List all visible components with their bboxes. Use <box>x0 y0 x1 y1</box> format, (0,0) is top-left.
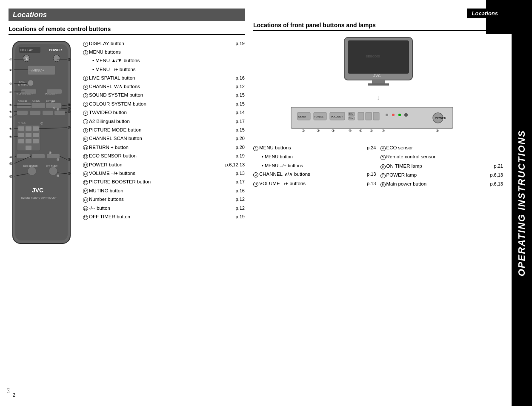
svg-point-117 <box>392 114 395 116</box>
svg-rect-38 <box>33 126 39 131</box>
svg-point-51 <box>28 167 36 175</box>
svg-rect-98 <box>372 80 385 83</box>
svg-rect-115 <box>373 112 379 120</box>
svg-point-119 <box>404 113 408 117</box>
svg-text:RANGE: RANGE <box>315 115 323 118</box>
svg-text:POWER: POWER <box>49 48 62 52</box>
svg-point-12 <box>28 80 34 86</box>
svg-rect-42 <box>18 139 24 143</box>
btn-item-15: 15 PICTURE BOOSTER button p.17 <box>83 177 245 186</box>
svg-point-118 <box>398 114 401 116</box>
btn-num-1: 1 <box>83 42 88 47</box>
left-section: Locations Locations of remote control bu… <box>9 9 245 249</box>
right-header: Locations <box>253 9 503 18</box>
svg-point-53 <box>49 167 57 175</box>
btn-item-2s1: • MENU ▲/▼ buttons <box>83 56 245 65</box>
svg-rect-44 <box>33 139 39 143</box>
model-num-right: AV-21F8 <box>522 379 526 393</box>
lower-item-3: 3 VOLUME –/+ buttons p.13 <box>253 179 376 188</box>
svg-text:DISPLAY: DISPLAY <box>20 49 33 51</box>
lower-grid: 1 MENU buttons p.24 • MENU button • MENU… <box>253 143 503 189</box>
svg-text:⑬: ⑬ <box>68 58 71 61</box>
tv-svg: JVC SEE0000 <box>336 35 421 91</box>
left-subtitle: Locations of remote control buttons <box>9 26 245 35</box>
svg-text:⑱: ⑱ <box>57 158 59 161</box>
svg-point-116 <box>386 114 388 116</box>
svg-text:③: ③ <box>332 129 335 133</box>
svg-text:RM-C310 REMOTE CONTROL UNIT: RM-C310 REMOTE CONTROL UNIT <box>21 197 57 199</box>
btn-item-1: 1 DISPLAY button p.19 <box>83 39 245 48</box>
svg-text:JVC: JVC <box>373 74 381 78</box>
btn-item-11: 11 RETURN + button p.20 <box>83 143 245 152</box>
btn-item-18: 18 -/-- button p.12 <box>83 204 245 212</box>
svg-text:⑮: ⑮ <box>68 107 71 110</box>
svg-text:⑰: ⑰ <box>68 126 71 129</box>
svg-rect-47 <box>32 154 45 158</box>
lower-item-7: 7 POWER lamp p.6,13 <box>380 171 503 180</box>
lower-item-4: 4 ECO sensor <box>380 143 503 152</box>
svg-text:⑧: ⑧ <box>9 127 12 130</box>
svg-text:⑤: ⑤ <box>359 129 362 133</box>
svg-rect-28 <box>54 111 65 115</box>
tv-area: JVC SEE0000 ↓ MENU RANGE VOLUME+ <box>253 35 503 135</box>
btn-item-10: 10 CHANNEL SCAN button p.20 <box>83 134 245 143</box>
svg-rect-26 <box>30 111 40 115</box>
svg-text:SOUND: SOUND <box>32 100 40 103</box>
svg-text:⑰: ⑰ <box>40 122 43 125</box>
lower-left: 1 MENU buttons p.24 • MENU button • MENU… <box>253 143 376 189</box>
btn-item-13: 13 POWER button p.6,12,13 <box>83 160 245 169</box>
svg-text:SPATIAL: SPATIAL <box>18 83 28 86</box>
svg-text:⑨: ⑨ <box>9 135 12 138</box>
btn-item-2: 2 MENU buttons <box>83 48 245 56</box>
svg-text:① ② ③: ① ② ③ <box>18 122 26 125</box>
svg-rect-21 <box>31 103 45 108</box>
svg-rect-45 <box>26 146 31 150</box>
svg-text:⑯: ⑯ <box>57 108 59 111</box>
svg-text:⑱: ⑱ <box>49 152 51 154</box>
svg-text:②: ② <box>317 129 320 133</box>
svg-rect-39 <box>18 133 24 137</box>
right-title-bar: Locations <box>467 9 503 18</box>
page-num-right: 3 <box>517 392 519 397</box>
page-num-left: 2 <box>13 392 15 397</box>
btn-item-7: 7 TV/VIDEO button p.14 <box>83 108 245 117</box>
model-num-left: 1-1 <box>6 388 10 393</box>
svg-text:⑭: ⑭ <box>51 100 54 103</box>
svg-text:⑮: ⑮ <box>53 106 55 109</box>
svg-text:⑥: ⑥ <box>370 129 373 133</box>
svg-rect-16 <box>47 89 62 94</box>
btn-item-3: 3 LIVE SPATIAL button p.16 <box>83 74 245 82</box>
svg-rect-27 <box>43 111 53 115</box>
button-list: 1 DISPLAY button p.19 2 MENU buttons • M… <box>83 39 245 249</box>
svg-text:CH∧: CH∧ <box>349 113 354 115</box>
btn-num-2: 2 <box>83 50 88 55</box>
btn-item-12: 12 ECO SENSOR button p.19 <box>83 152 245 160</box>
btn-item-2s2: • MENU –/+ buttons <box>83 65 245 74</box>
btn-item-4: 4 CHANNEL ∨/∧ buttons p.12 <box>83 82 245 91</box>
svg-rect-48 <box>47 154 60 158</box>
vertical-banner: OPERATING INSTRUCTIONS <box>512 0 532 406</box>
svg-text:①: ① <box>25 57 28 61</box>
svg-text:④: ④ <box>9 91 12 94</box>
svg-point-7 <box>53 55 60 62</box>
svg-text:⑦: ⑦ <box>9 115 12 118</box>
lower-item-1: 1 MENU buttons p.24 <box>253 143 376 152</box>
remote-control-image: DISPLAY POWER ① —(MENU)+ LIVE SPATIAL ∨ … <box>9 39 74 249</box>
btn-item-19: 19 OFF TIMER button p.19 <box>83 212 245 221</box>
svg-text:—(MENU)+: —(MENU)+ <box>29 69 44 72</box>
down-arrow: ↓ <box>253 94 503 101</box>
svg-text:⑩: ⑩ <box>9 156 12 159</box>
svg-rect-43 <box>26 139 31 143</box>
svg-text:⑯: ⑯ <box>68 110 71 113</box>
svg-text:VOLUME+: VOLUME+ <box>331 115 343 118</box>
svg-rect-114 <box>366 112 372 120</box>
svg-text:⑱: ⑱ <box>68 158 71 161</box>
svg-rect-113 <box>358 112 364 120</box>
btn-item-17: 17 Number buttons p.12 <box>83 195 245 203</box>
svg-text:③: ③ <box>9 82 12 85</box>
right-subtitle: Locations of front panel buttons and lam… <box>253 22 503 31</box>
svg-text:⑲: ⑲ <box>68 172 71 175</box>
svg-text:⑧: ⑧ <box>436 129 439 133</box>
btn-item-14: 14 VOLUME –/+ buttons p.13 <box>83 169 245 177</box>
section-divider <box>247 9 247 370</box>
